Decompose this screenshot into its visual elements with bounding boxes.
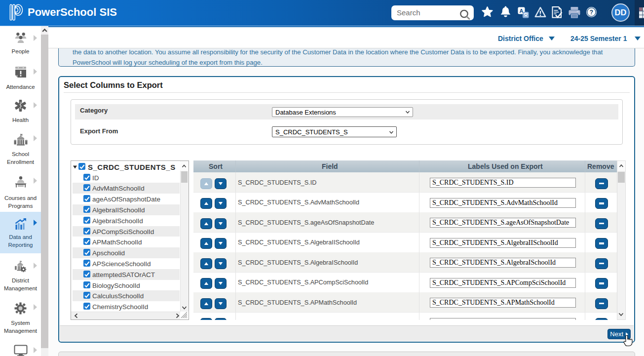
svg-text:?: ? — [590, 9, 593, 16]
